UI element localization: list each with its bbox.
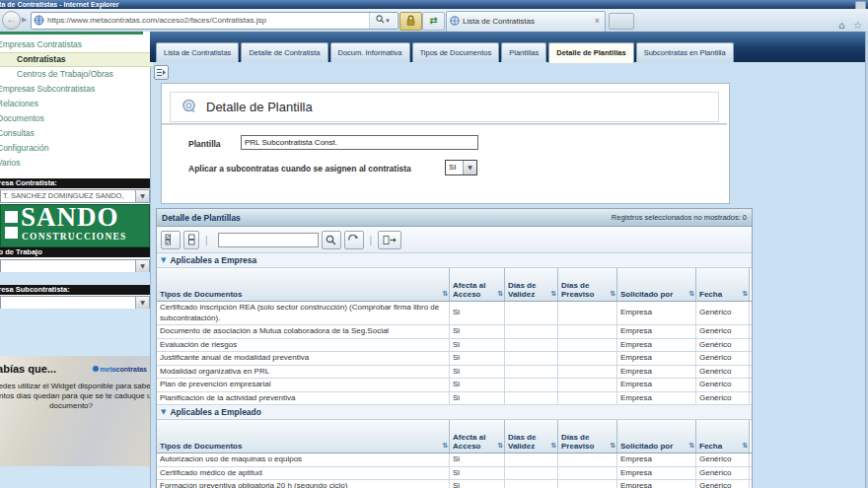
grid-search-button[interactable] (322, 231, 341, 249)
sidebar-spacer (0, 466, 150, 488)
table-row[interactable]: Modalidad organizativa en PRLSiEmpresaGe… (157, 366, 752, 380)
table-cell (558, 366, 617, 379)
column-header-afecta-al-acceso[interactable]: Afecta al Acceso⇅ (450, 420, 505, 453)
column-header-d-as-de-validez[interactable]: Días de Validez⇅ (505, 268, 558, 301)
sort-icon[interactable]: ⇅ (442, 442, 448, 451)
column-header-d-as-de-preaviso[interactable]: Días de Preaviso⇅ (558, 420, 617, 453)
plantilla-input[interactable] (241, 135, 478, 150)
column-header-d-as-de-preaviso[interactable]: Días de Preaviso⇅ (558, 268, 617, 301)
sidebar-item-contratistas[interactable]: Contratistas (0, 52, 153, 67)
column-header-solicitado-por[interactable]: Solicitado por⇅ (617, 420, 696, 453)
back-button[interactable]: ← (2, 11, 21, 30)
new-tab-button[interactable] (609, 13, 634, 30)
home-icon[interactable]: ⌂ (838, 20, 844, 31)
sort-icon[interactable]: ⇅ (610, 290, 615, 299)
collapse-sidebar-button[interactable] (154, 65, 169, 80)
sort-icon[interactable]: ⇅ (688, 290, 694, 299)
metacontratas-logo: metacontratas (93, 366, 147, 373)
sidebar-item-configuraci-n[interactable]: Configuración (0, 141, 153, 156)
aplicar-select[interactable]: SI ▼ (445, 160, 477, 175)
tab-docum-informativa[interactable]: Docum. Informativa (330, 42, 410, 62)
tab-plantillas[interactable]: Plantillas (501, 42, 546, 62)
collapse-triangle-icon[interactable]: ▼ (161, 408, 166, 416)
tab-subcontratas-en-plantilla[interactable]: Subcontratas en Plantilla (636, 42, 734, 62)
column-header-afecta-al-acceso[interactable]: Afecta al Acceso⇅ (450, 268, 505, 301)
table-row[interactable]: Planificación de la actividad preventiva… (157, 392, 752, 406)
favorites-star-icon[interactable]: ☆ (853, 20, 862, 31)
deselect-all-button[interactable] (183, 231, 199, 249)
table-row[interactable]: Certificado médico de aptitudSiEmpresaGe… (157, 467, 752, 481)
table-row[interactable]: Evaluación de riesgosSiEmpresaGenérico (157, 339, 752, 353)
column-header-fecha[interactable]: Fecha⇅ (696, 420, 750, 453)
sort-icon[interactable]: ⇅ (688, 442, 694, 451)
browser-tab[interactable]: Lista de Contratistas × (446, 11, 606, 33)
promo-widget[interactable]: ¿Sabías que... metacontratas Puedes util… (0, 356, 150, 466)
sort-icon[interactable]: ⇅ (550, 442, 556, 451)
window-controls[interactable] (855, 1, 866, 9)
search-icon (376, 15, 385, 24)
sidebar-item-documentos[interactable]: Documentos (0, 111, 153, 126)
sidebar-item-centros-de-trabajo-obras[interactable]: Centros de Trabajo/Obras (0, 67, 153, 82)
grid-filter-input[interactable] (218, 233, 319, 247)
sidebar-item-varios[interactable]: Varios (0, 156, 153, 171)
select-all-button[interactable] (161, 231, 181, 249)
column-header-solicitado-por[interactable]: Solicitado por⇅ (617, 268, 696, 301)
column-header-fecha[interactable]: Fecha⇅ (696, 268, 750, 301)
refresh-icon (348, 235, 359, 245)
sort-icon[interactable]: ⇅ (610, 442, 615, 451)
table-cell (558, 467, 617, 480)
column-header-tipos-de-documentos[interactable]: Tipos de Documentos⇅ (157, 268, 450, 301)
grid-refresh-button[interactable] (344, 231, 364, 249)
toolbar-separator: | (370, 235, 373, 245)
collapse-triangle-icon[interactable]: ▼ (161, 256, 166, 264)
column-label: Días de Validez (508, 433, 546, 451)
table-cell: Empresa (617, 467, 696, 480)
sort-icon[interactable]: ⇅ (442, 290, 448, 299)
widget-title: ¿Sabías que... (0, 363, 56, 375)
column-header-d-as-de-validez[interactable]: Días de Validez⇅ (505, 420, 558, 453)
sort-icon[interactable]: ⇅ (497, 290, 503, 299)
table-cell (505, 467, 558, 480)
address-search-zone[interactable]: ▼ (369, 13, 397, 29)
tab-lista-de-contratistas[interactable]: Lista de Contratistas (156, 42, 239, 62)
empresa-contratista-select[interactable]: T. SANCHEZ DOMINGUEZ SANDO, ▼ (0, 189, 150, 203)
section-header-aplicables-a-empresa[interactable]: ▼Aplicables a Empresa (157, 253, 752, 268)
sidebar-item-empresas-contratistas[interactable]: Empresas Contratistas (0, 37, 153, 52)
table-row[interactable]: Documento de asociación a Mutua colabora… (157, 325, 752, 339)
table-cell: Empresa (617, 453, 696, 466)
sort-icon[interactable]: ⇅ (742, 442, 748, 451)
export-button[interactable] (378, 231, 401, 249)
chevron-down-icon[interactable]: ▼ (135, 297, 149, 309)
table-row[interactable]: Autorizacion uso de maquinas o equiposSi… (157, 453, 752, 467)
refresh-button[interactable]: ⇄ (422, 12, 445, 31)
section-header-aplicables-a-empleado[interactable]: ▼Aplicables a Empleado (157, 405, 752, 420)
empresa-subcontratista-select[interactable]: ▼ (0, 296, 150, 310)
table-cell (558, 392, 617, 405)
tab-detalle-de-plantillas[interactable]: Detalle de Plantillas (548, 42, 633, 63)
sidebar-item-relaciones[interactable]: Relaciones (0, 97, 153, 111)
tab-close-icon[interactable]: × (595, 12, 600, 31)
table-row[interactable]: Formación preventiva obligatoria 20 h (s… (157, 480, 752, 488)
table-cell: Planificación de la actividad preventiva (157, 392, 450, 405)
sort-icon[interactable]: ⇅ (497, 442, 503, 451)
sidebar-item-empresas-subcontratistas[interactable]: Empresas Subcontratistas (0, 82, 153, 97)
security-lock-button[interactable] (399, 12, 422, 31)
table-row[interactable]: Justificante anual de modalidad preventi… (157, 352, 752, 366)
table-row[interactable]: Certificado inscripción REA (solo sector… (157, 302, 752, 325)
table-row[interactable]: Plan de prevención empresarialSiEmpresaG… (157, 379, 752, 392)
tab-tipos-de-documentos[interactable]: Tipos de Documentos (412, 42, 500, 62)
sidebar-item-consultas[interactable]: Consultas (0, 126, 153, 141)
address-bar[interactable]: https://www.metacontratas.com/acceso2/fa… (31, 12, 398, 30)
column-header-tipos-de-documentos[interactable]: Tipos de Documentos⇅ (157, 420, 450, 453)
tab-detalle-de-contratista[interactable]: Detalle de Contratista (241, 42, 327, 62)
sort-icon[interactable]: ⇅ (550, 290, 556, 299)
chevron-down-icon[interactable]: ▼ (463, 161, 476, 174)
chevron-down-icon[interactable]: ▼ (135, 190, 149, 202)
forward-button[interactable]: ▶ (22, 16, 27, 24)
chevron-down-icon[interactable]: ▼ (135, 260, 149, 272)
sort-icon[interactable]: ⇅ (742, 290, 748, 299)
table-cell: Empresa (617, 366, 696, 379)
search-dropdown-icon[interactable]: ▼ (385, 18, 391, 24)
logo-text-construcciones: CONSTRUCCIONES (22, 232, 127, 242)
centro-trabajo-select[interactable]: ▼ (0, 259, 150, 273)
